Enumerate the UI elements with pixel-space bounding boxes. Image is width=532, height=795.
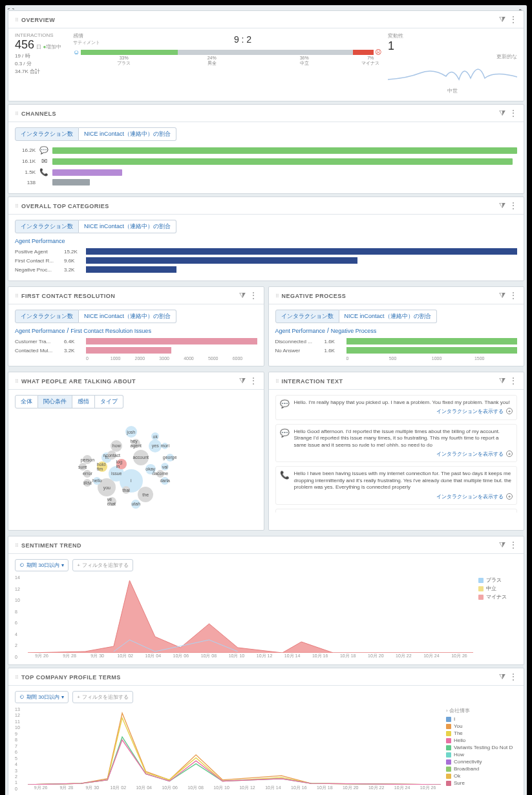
legend-swatch (446, 774, 451, 779)
filter-icon[interactable]: ⧩ (499, 291, 505, 300)
legend-item[interactable]: Connectivity (446, 759, 517, 765)
word-bubble[interactable]: mori (162, 443, 168, 449)
tab[interactable]: NICE inContact（連絡中）の割合 (79, 310, 176, 323)
filter-icon[interactable]: ⧩ (239, 376, 246, 385)
category-row: Positive Agent15.2K (15, 248, 517, 255)
tab[interactable]: インタラクション数 (15, 127, 79, 141)
legend-item[interactable]: The (446, 730, 517, 736)
show-interaction-link[interactable]: インタラクションを表示する (436, 451, 504, 457)
word-bubble[interactable]: how (111, 440, 122, 452)
breadcrumb-link[interactable]: First Contact Resolution Issues (70, 328, 151, 334)
filter-icon[interactable]: ⧩ (499, 15, 505, 24)
filter-icon[interactable]: ⧩ (499, 376, 505, 385)
period-chip[interactable]: ⏲ 期間 30日以内 ▾ (15, 691, 69, 703)
tab[interactable]: インタラクション数 (275, 310, 339, 323)
menu-icon[interactable]: ⋮ (509, 15, 517, 24)
drag-handle-icon[interactable]: ⠿ (15, 293, 19, 299)
menu-icon[interactable]: ⋮ (509, 672, 517, 681)
breadcrumb-link[interactable]: Agent Performance (15, 328, 65, 334)
show-interaction-link[interactable]: インタラクションを表示する (436, 494, 504, 500)
word-bubble[interactable]: josh (125, 426, 137, 438)
word-bubble[interactable]: ok (151, 432, 159, 440)
word-bubble[interactable]: sure (79, 463, 87, 471)
add-filter-button[interactable]: + フィルタを追加する (72, 559, 133, 571)
legend-item[interactable]: You (446, 723, 517, 729)
drag-handle-icon[interactable]: ⠿ (15, 17, 19, 23)
category-label: No Answer (275, 348, 321, 354)
word-bubble[interactable]: thai (122, 486, 130, 494)
drag-handle-icon[interactable]: ⠿ (15, 204, 19, 209)
tab[interactable]: 全体 (15, 395, 38, 408)
legend-item[interactable]: マイナス (478, 593, 517, 600)
legend-item[interactable]: Variants Testing Do Not D (446, 745, 517, 750)
word-bubble[interactable]: hold tim (97, 461, 107, 472)
drag-handle-icon[interactable]: ⠿ (15, 543, 19, 549)
tab[interactable]: インタラクション数 (15, 220, 79, 233)
filter-icon[interactable]: ⧩ (499, 540, 505, 549)
legend-item[interactable]: プラス (478, 577, 517, 584)
legend-item[interactable]: Sure (446, 780, 517, 786)
delta-text: 増加中 (46, 44, 61, 50)
word-bubble[interactable]: ncontact (107, 450, 116, 460)
word-bubble[interactable]: dacome (156, 470, 164, 478)
word-bubble[interactable]: error (83, 470, 91, 478)
menu-icon[interactable]: ⋮ (509, 201, 517, 210)
legend-item[interactable]: Hello (446, 737, 517, 743)
legend-swatch (446, 745, 451, 750)
word-bubble[interactable]: yes (149, 440, 162, 452)
breadcrumb-link[interactable]: Agent Performance (275, 328, 326, 334)
word-bubble[interactable]: val (161, 463, 169, 471)
period-chip[interactable]: ⏲ 期間 30日以内 ▾ (15, 559, 69, 571)
breadcrumb-link[interactable]: Agent Performance (15, 238, 65, 244)
menu-icon[interactable]: ⋮ (509, 376, 517, 385)
legend-item[interactable]: I (446, 716, 517, 722)
plus-icon[interactable]: + (506, 450, 513, 457)
menu-icon[interactable]: ⋮ (509, 109, 517, 118)
drag-handle-icon[interactable]: ⠿ (275, 293, 279, 299)
breadcrumb-link[interactable]: Negative Process (331, 328, 377, 334)
legend-item[interactable]: 中立 (478, 585, 517, 592)
filter-icon[interactable]: ⧩ (239, 291, 246, 300)
legend-item[interactable]: How (446, 752, 517, 758)
word-bubble[interactable]: ve chat (107, 497, 116, 506)
word-bubble[interactable]: the (138, 487, 153, 502)
axis-tick: 13 (15, 707, 20, 712)
axis-tick: 0 (346, 356, 389, 361)
word-bubble[interactable]: hey agent (131, 439, 140, 448)
tab[interactable]: NICE inContact（連絡中）の割合 (339, 310, 437, 323)
tab[interactable]: インタラクション数 (15, 310, 79, 323)
menu-icon[interactable]: ⋮ (250, 291, 257, 300)
word-bubble[interactable]: log in (116, 459, 127, 469)
plus-icon[interactable]: + (506, 408, 513, 414)
tab[interactable]: NICE inContact（連絡中）の割合 (79, 127, 176, 141)
add-filter-button[interactable]: + フィルタを追加する (72, 691, 133, 703)
axis-tick: 4 (15, 762, 20, 767)
axis-tick: 10月 26 (415, 785, 441, 791)
filter-icon[interactable]: ⧩ (499, 672, 505, 681)
show-interaction-link[interactable]: インタラクションを表示する (436, 408, 504, 414)
drag-handle-icon[interactable]: ⠿ (15, 379, 19, 385)
word-bubble[interactable]: george (166, 454, 174, 461)
menu-icon[interactable]: ⋮ (509, 291, 517, 300)
tab[interactable]: タイプ (95, 395, 123, 408)
word-bubble[interactable]: hello (93, 477, 101, 485)
word-bubble[interactable]: utah (131, 500, 140, 509)
drag-handle-icon[interactable]: ⠿ (15, 675, 19, 681)
legend-item[interactable]: Broadband (446, 766, 517, 772)
word-bubble[interactable]: account (133, 450, 149, 465)
menu-icon[interactable]: ⋮ (250, 376, 257, 385)
word-bubble[interactable]: darla (161, 477, 169, 485)
filter-icon[interactable]: ⧩ (499, 201, 505, 210)
menu-icon[interactable]: ⋮ (509, 540, 517, 549)
tab[interactable]: 関心条件 (38, 395, 72, 408)
legend-item[interactable]: Ok (446, 773, 517, 779)
filter-icon[interactable]: ⧩ (499, 109, 505, 118)
channel-row: 16.1K✉ (15, 157, 517, 165)
word-bubble[interactable]: IRM (83, 479, 91, 487)
tab[interactable]: 感情 (72, 395, 95, 408)
plus-icon[interactable]: + (506, 493, 513, 500)
drag-handle-icon[interactable]: ⠿ (275, 379, 279, 385)
axis-tick: 9月 28 (54, 785, 80, 791)
drag-handle-icon[interactable]: ⠿ (15, 111, 19, 117)
tab[interactable]: NICE inContact（連絡中）の割合 (79, 220, 176, 233)
